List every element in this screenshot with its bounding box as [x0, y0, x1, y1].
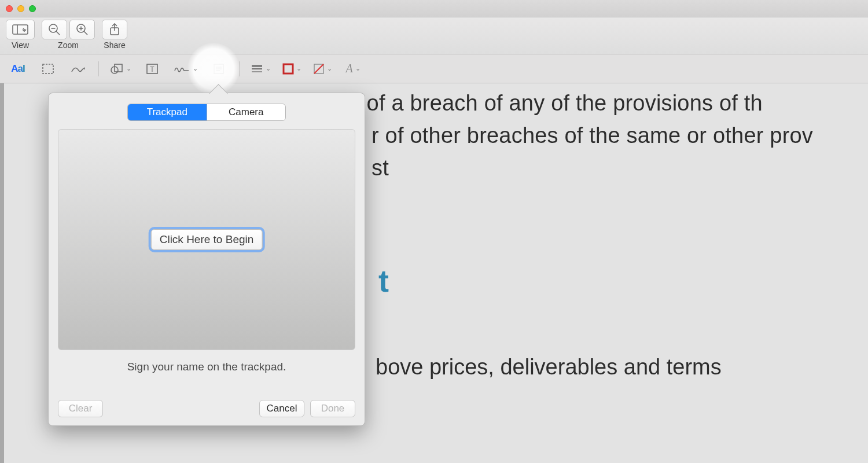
border-color-button[interactable]: ⌄ [282, 60, 302, 78]
click-to-begin-button[interactable]: Click Here to Begin [151, 229, 263, 250]
tab-camera[interactable]: Camera [207, 104, 286, 120]
signature-icon [173, 64, 190, 74]
view-sidebar-button[interactable] [6, 20, 35, 39]
zoom-label: Zoom [58, 41, 79, 50]
signature-button[interactable]: ⌄ [172, 60, 198, 78]
traffic-lights [6, 5, 36, 12]
zoom-in-button[interactable] [69, 20, 95, 39]
font-style-button[interactable]: A ⌄ [343, 60, 363, 78]
chevron-down-icon: ⌄ [266, 65, 271, 72]
svg-text:T: T [150, 65, 155, 74]
share-button[interactable] [102, 20, 127, 39]
shapes-icon [110, 63, 124, 75]
shapes-button[interactable]: ⌄ [109, 60, 132, 78]
signature-instruction: Sign your name on the trackpad. [49, 361, 365, 373]
document-heading-fragment: t [378, 263, 389, 299]
done-button[interactable]: Done [310, 400, 355, 417]
chevron-down-icon: ⌄ [327, 65, 332, 72]
chevron-down-icon: ⌄ [193, 65, 198, 72]
text-box-button[interactable]: T [142, 60, 162, 78]
separator [239, 61, 240, 76]
separator [98, 61, 99, 76]
zoom-out-icon [48, 23, 61, 36]
selection-icon [42, 63, 54, 75]
fullscreen-window-button[interactable] [29, 5, 36, 12]
sketch-tool-button[interactable] [68, 60, 88, 78]
zoom-out-button[interactable] [42, 20, 67, 39]
signature-canvas[interactable]: Click Here to Begin [58, 129, 355, 350]
fill-color-button[interactable]: ⌄ [312, 60, 333, 78]
view-label: View [12, 41, 29, 50]
signature-popover: Trackpad Camera Click Here to Begin Sign… [48, 93, 365, 426]
svg-line-26 [314, 64, 323, 74]
close-window-button[interactable] [6, 5, 13, 12]
fill-color-icon [313, 63, 325, 75]
minimize-window-button[interactable] [17, 5, 24, 12]
note-icon [213, 63, 225, 75]
svg-rect-24 [284, 64, 293, 74]
text-box-icon: T [146, 63, 159, 75]
border-color-icon [282, 63, 294, 75]
main-toolbar: View Zoom Share [0, 17, 868, 54]
tab-trackpad[interactable]: Trackpad [128, 104, 207, 120]
font-icon: A [345, 62, 352, 75]
note-button[interactable] [209, 60, 229, 78]
share-label: Share [104, 41, 125, 50]
sidebar-icon [12, 24, 28, 35]
document-text-line-4: bove prices, deliverables and terms [376, 355, 722, 380]
window-titlebar [0, 0, 868, 17]
line-style-icon [251, 64, 263, 74]
signature-source-tabs: Trackpad Camera [127, 104, 286, 121]
zoom-in-icon [76, 23, 89, 36]
selection-tool-button[interactable] [38, 60, 58, 78]
line-style-button[interactable]: ⌄ [250, 60, 271, 78]
text-style-icon: AaI [11, 63, 24, 75]
cancel-button[interactable]: Cancel [259, 400, 304, 417]
chevron-down-icon: ⌄ [355, 65, 361, 72]
popover-actions: Clear Cancel Done [58, 400, 355, 417]
clear-button[interactable]: Clear [58, 400, 103, 417]
svg-line-6 [84, 31, 87, 35]
chevron-down-icon: ⌄ [126, 65, 131, 72]
markup-toolbar: AaI ⌄ T ⌄ ⌄ ⌄ ⌄ A ⌄ [0, 54, 868, 83]
svg-rect-11 [43, 64, 53, 74]
text-style-button[interactable]: AaI [8, 60, 28, 78]
chevron-down-icon: ⌄ [296, 65, 301, 72]
sketch-icon [71, 64, 86, 74]
svg-line-3 [56, 31, 60, 35]
share-icon [109, 23, 120, 36]
